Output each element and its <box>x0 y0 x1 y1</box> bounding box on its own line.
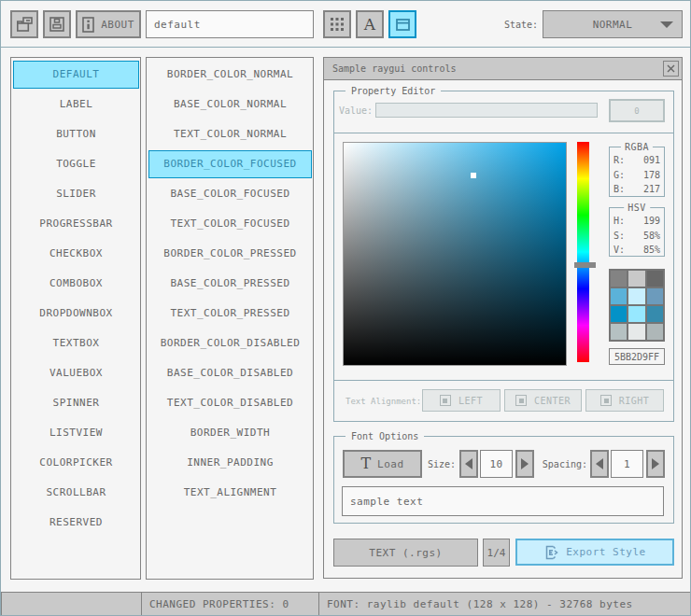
align-center-toggle[interactable]: CENTER <box>504 389 582 412</box>
palette-color-aeb7b8[interactable] <box>647 324 663 340</box>
font-spacing-increase-button[interactable] <box>646 450 665 478</box>
color-component-row: H:199 <box>613 215 660 228</box>
list-item-base_color_focused[interactable]: BASE_COLOR_FOCUSED <box>148 180 312 208</box>
list-item-colorpicker[interactable]: COLORPICKER <box>13 449 139 477</box>
list-item-spinner[interactable]: SPINNER <box>13 389 139 417</box>
value-apply-button[interactable]: 0 <box>609 99 665 122</box>
value-input[interactable] <box>375 103 598 118</box>
list-item-reserved[interactable]: RESERVED <box>13 509 139 537</box>
property-editor-group-label: Property Editor <box>346 85 441 97</box>
palette-color-c9effe[interactable] <box>628 288 644 304</box>
export-style-button[interactable]: Export Style <box>515 539 674 566</box>
grid-view-button[interactable] <box>323 10 351 38</box>
rgba-group: RGBA R:091G:178B:217 <box>609 147 665 197</box>
color-component-row: S:58% <box>613 230 660 243</box>
separator-line-2 <box>333 380 674 381</box>
controls-view-button[interactable] <box>388 10 416 38</box>
text-alignment-label: Text Alignment: <box>346 396 421 408</box>
sample-window-title: Sample raygui controls <box>332 63 456 74</box>
list-item-border_color_pressed[interactable]: BORDER_COLOR_PRESSED <box>148 240 312 268</box>
font-size-value-box[interactable]: 10 <box>480 450 513 478</box>
font-spacing-value-box[interactable]: 1 <box>611 450 643 478</box>
open-style-button[interactable] <box>10 10 38 38</box>
style-name-input[interactable]: default <box>146 10 314 38</box>
status-bar: CHANGED PROPERTIES: 0 FONT: raylib defau… <box>1 592 691 616</box>
align-left-toggle[interactable]: LEFT <box>422 389 501 412</box>
list-item-base_color_disabled[interactable]: BASE_COLOR_DISABLED <box>148 359 312 387</box>
palette-color-6c9bbc[interactable] <box>647 288 663 304</box>
list-item-base_color_pressed[interactable]: BASE_COLOR_PRESSED <box>148 270 312 298</box>
sample-text-input[interactable]: sample text <box>342 486 664 516</box>
list-item-base_color_normal[interactable]: BASE_COLOR_NORMAL <box>148 91 312 119</box>
export-format-counter-button[interactable]: 1/4 <box>483 539 510 567</box>
list-item-label[interactable]: LABEL <box>13 91 139 119</box>
list-item-text_color_pressed[interactable]: TEXT_COLOR_PRESSED <box>148 300 312 328</box>
palette-color-368bad[interactable] <box>647 306 663 322</box>
state-label: State: <box>463 19 538 31</box>
palette-color-97e8ff[interactable] <box>628 306 644 322</box>
palette-color-b5c1c2[interactable] <box>611 324 627 340</box>
list-item-border_color_normal[interactable]: BORDER_COLOR_NORMAL <box>148 61 312 89</box>
palette-color-c9c9c9[interactable] <box>628 271 644 287</box>
list-item-checkbox[interactable]: CHECKBOX <box>13 240 139 268</box>
arrow-left-icon <box>596 458 603 469</box>
list-item-textbox[interactable]: TEXTBOX <box>13 329 139 357</box>
save-style-button[interactable] <box>43 10 71 38</box>
state-dropdown[interactable]: NORMAL <box>543 10 683 38</box>
hue-bar-handle[interactable] <box>574 262 596 268</box>
about-button-label: ABOUT <box>101 19 134 31</box>
font-size-decrease-button[interactable] <box>459 450 478 478</box>
palette-color-e6e9e9[interactable] <box>628 324 644 340</box>
export-format-counter: 1/4 <box>487 547 506 559</box>
align-left-icon <box>440 395 451 406</box>
color-picker-panel[interactable] <box>343 142 567 366</box>
color-component-value: 178 <box>643 169 660 182</box>
palette-color-5bb2d9[interactable] <box>611 288 627 304</box>
list-item-toggle[interactable]: TOGGLE <box>13 150 139 178</box>
hue-bar[interactable] <box>577 142 589 362</box>
font-view-button[interactable]: A <box>356 10 384 38</box>
close-button[interactable] <box>663 61 679 77</box>
status-divider <box>141 593 142 616</box>
about-button[interactable]: ABOUT <box>76 10 141 38</box>
export-format-combobox[interactable]: TEXT (.rgs) <box>333 539 478 567</box>
rguistyler-window: ABOUT default A <box>0 0 691 616</box>
value-label: Value: <box>339 105 373 117</box>
hex-color-box[interactable]: 5BB2D9FF <box>609 348 665 365</box>
list-item-border_color_focused[interactable]: BORDER_COLOR_FOCUSED <box>148 150 312 178</box>
file-export-icon <box>543 545 559 560</box>
list-item-text_color_disabled[interactable]: TEXT_COLOR_DISABLED <box>148 389 312 417</box>
grid-icon <box>331 18 344 31</box>
list-item-border_width[interactable]: BORDER_WIDTH <box>148 419 312 447</box>
list-item-dropdownbox[interactable]: DROPDOWNBOX <box>13 300 139 328</box>
list-item-scrollbar[interactable]: SCROLLBAR <box>13 479 139 507</box>
palette-color-0492c7[interactable] <box>611 306 627 322</box>
list-item-button[interactable]: BUTTON <box>13 120 139 148</box>
list-item-slider[interactable]: SLIDER <box>13 180 139 208</box>
list-item-valuebox[interactable]: VALUEBOX <box>13 359 139 387</box>
color-component-row: R:091 <box>613 154 660 167</box>
window-icon <box>396 19 410 31</box>
align-right-toggle[interactable]: RIGHT <box>585 389 664 412</box>
color-component-label: R: <box>613 154 625 167</box>
list-item-default[interactable]: DEFAULT <box>13 61 139 89</box>
list-item-combobox[interactable]: COMBOBOX <box>13 270 139 298</box>
font-info-status: FONT: raylib default (128 x 128) - 32768… <box>327 593 633 616</box>
list-item-listview[interactable]: LISTVIEW <box>13 419 139 447</box>
list-item-text_alignment[interactable]: TEXT_ALIGNMENT <box>148 479 312 507</box>
list-item-text_color_focused[interactable]: TEXT_COLOR_FOCUSED <box>148 210 312 238</box>
controls-listview: DEFAULTLABELBUTTONTOGGLESLIDERPROGRESSBA… <box>10 57 141 580</box>
palette-color-838383[interactable] <box>611 271 627 287</box>
font-spacing-value: 1 <box>624 458 630 470</box>
color-component-label: V: <box>613 244 625 257</box>
font-spacing-decrease-button[interactable] <box>590 450 609 478</box>
list-item-inner_padding[interactable]: INNER_PADDING <box>148 449 312 477</box>
list-item-text_color_normal[interactable]: TEXT_COLOR_NORMAL <box>148 120 312 148</box>
list-item-progressbar[interactable]: PROGRESSBAR <box>13 210 139 238</box>
font-spacing-label: Spacing: <box>513 458 587 470</box>
palette-color-686868[interactable] <box>647 271 663 287</box>
color-picker-cursor[interactable] <box>471 173 476 178</box>
font-load-t-icon: T <box>360 456 371 471</box>
value-apply-button-label: 0 <box>634 106 639 116</box>
list-item-border_color_disabled[interactable]: BORDER_COLOR_DISABLED <box>148 329 312 357</box>
